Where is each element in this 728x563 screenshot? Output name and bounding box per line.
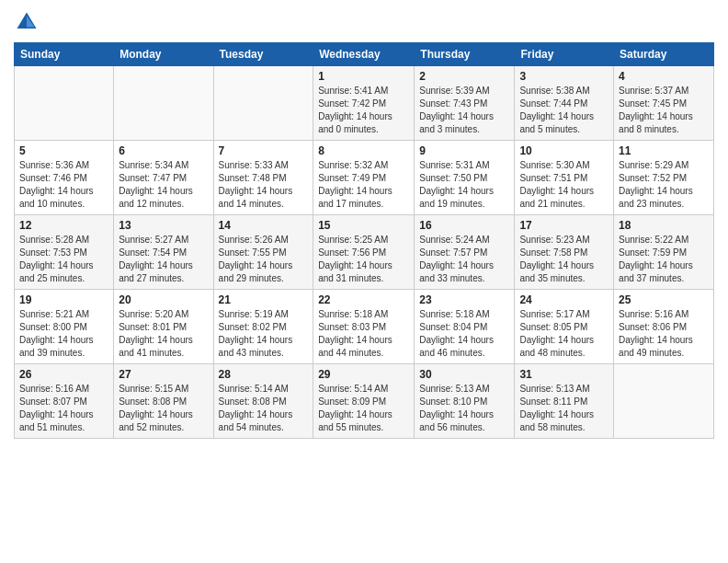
day-number: 16 [419, 219, 509, 232]
day-number: 2 [419, 70, 509, 83]
calendar-cell: 9Sunrise: 5:31 AMSunset: 7:50 PMDaylight… [415, 141, 515, 215]
calendar-cell [614, 364, 714, 439]
day-info: Sunrise: 5:37 AMSunset: 7:45 PMDaylight:… [619, 85, 709, 136]
day-info: Sunrise: 5:34 AMSunset: 7:47 PMDaylight:… [119, 159, 208, 211]
calendar-cell: 18Sunrise: 5:22 AMSunset: 7:59 PMDayligh… [614, 215, 714, 290]
page-header [14, 9, 714, 35]
calendar-cell: 15Sunrise: 5:25 AMSunset: 7:56 PMDayligh… [313, 215, 415, 290]
day-info: Sunrise: 5:22 AMSunset: 7:59 PMDaylight:… [619, 234, 709, 285]
day-info: Sunrise: 5:18 AMSunset: 8:04 PMDaylight:… [419, 308, 509, 360]
weekday-header-thursday: Thursday [415, 43, 515, 66]
calendar-week-2: 5Sunrise: 5:36 AMSunset: 7:46 PMDaylight… [15, 141, 714, 215]
day-number: 24 [519, 293, 609, 306]
day-number: 9 [419, 144, 509, 157]
day-number: 13 [119, 219, 208, 232]
day-number: 7 [219, 144, 309, 157]
calendar-cell [114, 66, 213, 141]
day-number: 20 [119, 293, 208, 306]
calendar-cell: 21Sunrise: 5:19 AMSunset: 8:02 PMDayligh… [213, 290, 313, 364]
calendar-cell: 20Sunrise: 5:20 AMSunset: 8:01 PMDayligh… [114, 290, 213, 364]
day-info: Sunrise: 5:27 AMSunset: 7:54 PMDaylight:… [119, 234, 208, 285]
calendar-week-4: 19Sunrise: 5:21 AMSunset: 8:00 PMDayligh… [15, 290, 714, 364]
day-info: Sunrise: 5:38 AMSunset: 7:44 PMDaylight:… [519, 85, 609, 136]
day-number: 28 [219, 368, 309, 381]
day-number: 27 [119, 368, 208, 381]
calendar-cell: 10Sunrise: 5:30 AMSunset: 7:51 PMDayligh… [515, 141, 614, 215]
day-number: 10 [519, 144, 609, 157]
calendar-cell: 4Sunrise: 5:37 AMSunset: 7:45 PMDaylight… [614, 66, 714, 141]
day-info: Sunrise: 5:26 AMSunset: 7:55 PMDaylight:… [219, 234, 309, 285]
calendar-cell: 27Sunrise: 5:15 AMSunset: 8:08 PMDayligh… [114, 364, 213, 439]
calendar-cell: 22Sunrise: 5:18 AMSunset: 8:03 PMDayligh… [313, 290, 415, 364]
calendar-cell: 11Sunrise: 5:29 AMSunset: 7:52 PMDayligh… [614, 141, 714, 215]
calendar-table: SundayMondayTuesdayWednesdayThursdayFrid… [14, 42, 714, 439]
day-number: 3 [519, 70, 609, 83]
calendar-cell: 2Sunrise: 5:39 AMSunset: 7:43 PMDaylight… [415, 66, 515, 141]
day-info: Sunrise: 5:18 AMSunset: 8:03 PMDaylight:… [318, 308, 409, 360]
logo-icon [14, 9, 40, 35]
day-number: 5 [19, 144, 108, 157]
calendar-cell: 3Sunrise: 5:38 AMSunset: 7:44 PMDaylight… [515, 66, 614, 141]
day-info: Sunrise: 5:19 AMSunset: 8:02 PMDaylight:… [219, 308, 309, 360]
weekday-header-friday: Friday [515, 43, 614, 66]
calendar-cell: 30Sunrise: 5:13 AMSunset: 8:10 PMDayligh… [415, 364, 515, 439]
logo [14, 9, 42, 35]
day-number: 18 [619, 219, 709, 232]
calendar-cell: 29Sunrise: 5:14 AMSunset: 8:09 PMDayligh… [313, 364, 415, 439]
day-info: Sunrise: 5:32 AMSunset: 7:49 PMDaylight:… [318, 159, 409, 211]
day-number: 31 [519, 368, 609, 381]
day-number: 26 [19, 368, 108, 381]
day-info: Sunrise: 5:28 AMSunset: 7:53 PMDaylight:… [19, 234, 108, 285]
calendar-cell: 16Sunrise: 5:24 AMSunset: 7:57 PMDayligh… [415, 215, 515, 290]
calendar-cell: 8Sunrise: 5:32 AMSunset: 7:49 PMDaylight… [313, 141, 415, 215]
day-info: Sunrise: 5:16 AMSunset: 8:06 PMDaylight:… [619, 308, 709, 360]
day-number: 23 [419, 293, 509, 306]
day-number: 21 [219, 293, 309, 306]
calendar-cell: 5Sunrise: 5:36 AMSunset: 7:46 PMDaylight… [15, 141, 114, 215]
weekday-header-wednesday: Wednesday [313, 43, 415, 66]
day-number: 6 [119, 144, 208, 157]
calendar-cell: 28Sunrise: 5:14 AMSunset: 8:08 PMDayligh… [213, 364, 313, 439]
day-info: Sunrise: 5:21 AMSunset: 8:00 PMDaylight:… [19, 308, 108, 360]
day-info: Sunrise: 5:31 AMSunset: 7:50 PMDaylight:… [419, 159, 509, 211]
day-number: 1 [318, 70, 409, 83]
calendar-cell: 14Sunrise: 5:26 AMSunset: 7:55 PMDayligh… [213, 215, 313, 290]
day-number: 22 [318, 293, 409, 306]
day-number: 25 [619, 293, 709, 306]
calendar-cell: 7Sunrise: 5:33 AMSunset: 7:48 PMDaylight… [213, 141, 313, 215]
calendar-cell: 1Sunrise: 5:41 AMSunset: 7:42 PMDaylight… [313, 66, 415, 141]
day-info: Sunrise: 5:13 AMSunset: 8:10 PMDaylight:… [419, 383, 509, 434]
day-number: 12 [19, 219, 108, 232]
calendar-cell: 17Sunrise: 5:23 AMSunset: 7:58 PMDayligh… [515, 215, 614, 290]
day-info: Sunrise: 5:29 AMSunset: 7:52 PMDaylight:… [619, 159, 709, 211]
day-info: Sunrise: 5:13 AMSunset: 8:11 PMDaylight:… [519, 383, 609, 434]
day-info: Sunrise: 5:23 AMSunset: 7:58 PMDaylight:… [519, 234, 609, 285]
day-info: Sunrise: 5:14 AMSunset: 8:08 PMDaylight:… [219, 383, 309, 434]
calendar-cell: 23Sunrise: 5:18 AMSunset: 8:04 PMDayligh… [415, 290, 515, 364]
day-info: Sunrise: 5:25 AMSunset: 7:56 PMDaylight:… [318, 234, 409, 285]
weekday-header-row: SundayMondayTuesdayWednesdayThursdayFrid… [15, 43, 714, 66]
calendar-week-5: 26Sunrise: 5:16 AMSunset: 8:07 PMDayligh… [15, 364, 714, 439]
day-number: 11 [619, 144, 709, 157]
day-info: Sunrise: 5:16 AMSunset: 8:07 PMDaylight:… [19, 383, 108, 434]
calendar-cell: 24Sunrise: 5:17 AMSunset: 8:05 PMDayligh… [515, 290, 614, 364]
calendar-cell: 26Sunrise: 5:16 AMSunset: 8:07 PMDayligh… [15, 364, 114, 439]
weekday-header-monday: Monday [114, 43, 213, 66]
day-info: Sunrise: 5:24 AMSunset: 7:57 PMDaylight:… [419, 234, 509, 285]
day-info: Sunrise: 5:41 AMSunset: 7:42 PMDaylight:… [318, 85, 409, 136]
day-number: 17 [519, 219, 609, 232]
day-info: Sunrise: 5:14 AMSunset: 8:09 PMDaylight:… [318, 383, 409, 434]
calendar-cell: 31Sunrise: 5:13 AMSunset: 8:11 PMDayligh… [515, 364, 614, 439]
day-number: 14 [219, 219, 309, 232]
weekday-header-tuesday: Tuesday [213, 43, 313, 66]
page: SundayMondayTuesdayWednesdayThursdayFrid… [0, 0, 728, 563]
calendar-cell: 12Sunrise: 5:28 AMSunset: 7:53 PMDayligh… [15, 215, 114, 290]
calendar-cell: 25Sunrise: 5:16 AMSunset: 8:06 PMDayligh… [614, 290, 714, 364]
day-info: Sunrise: 5:33 AMSunset: 7:48 PMDaylight:… [219, 159, 309, 211]
calendar-cell: 13Sunrise: 5:27 AMSunset: 7:54 PMDayligh… [114, 215, 213, 290]
weekday-header-saturday: Saturday [614, 43, 714, 66]
weekday-header-sunday: Sunday [15, 43, 114, 66]
day-info: Sunrise: 5:15 AMSunset: 8:08 PMDaylight:… [119, 383, 208, 434]
calendar-cell [213, 66, 313, 141]
day-number: 29 [318, 368, 409, 381]
